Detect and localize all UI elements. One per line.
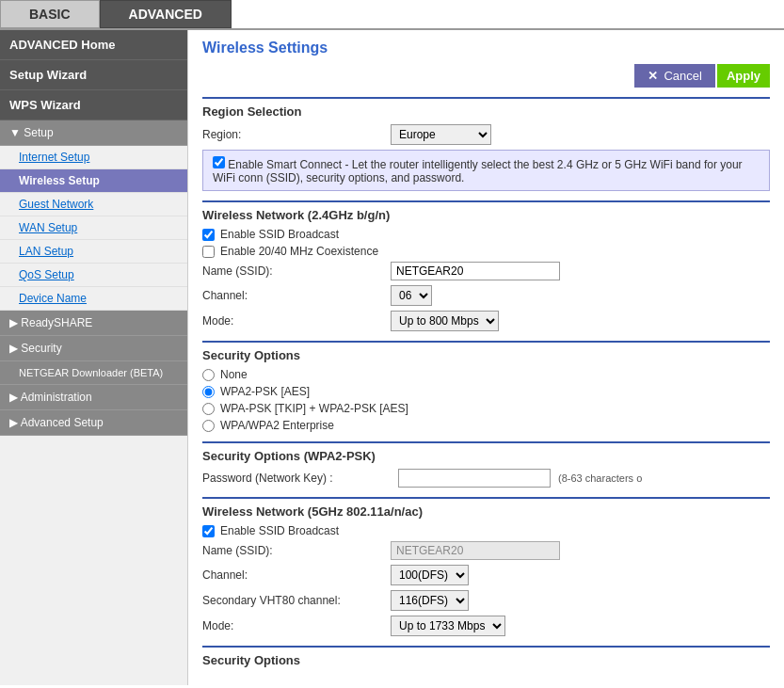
security-5ghz-divider: [202, 646, 770, 648]
main-layout: ADVANCED Home Setup Wizard WPS Wizard ▼ …: [0, 30, 784, 685]
radio-enterprise[interactable]: [202, 420, 215, 432]
wpa2-psk-divider: [202, 441, 770, 443]
channel-5-label: Channel:: [202, 568, 391, 582]
enable-ssid-broadcast-24-label[interactable]: Enable SSID Broadcast: [220, 228, 339, 241]
sidebar-item-wireless-setup[interactable]: Wireless Setup: [0, 169, 187, 193]
content-area: Wireless Settings ✕ Cancel Apply Region …: [188, 30, 784, 685]
ssid-24-label: Name (SSID):: [202, 264, 391, 278]
radio-none-row: None: [202, 368, 770, 381]
region-row: Region: Europe North America Asia: [202, 124, 770, 145]
wireless-5ghz-divider: [202, 497, 770, 499]
radio-wpa-combo-label[interactable]: WPA-PSK [TKIP] + WPA2-PSK [AES]: [220, 402, 408, 415]
ssid-5-input[interactable]: [391, 541, 560, 560]
sidebar-section-administration[interactable]: ▶ Administration: [0, 385, 187, 410]
ssid-5-label: Name (SSID):: [202, 544, 391, 557]
region-divider: [202, 97, 770, 99]
channel-5-select[interactable]: 100(DFS)364044 48116(DFS)149153: [391, 565, 469, 585]
enable-ssid-broadcast-5-row: Enable SSID Broadcast: [202, 524, 770, 537]
enable-ssid-broadcast-24-checkbox[interactable]: [202, 229, 215, 241]
sidebar-item-internet-setup[interactable]: Internet Setup: [0, 146, 187, 169]
sidebar-section-advanced-setup[interactable]: ▶ Advanced Setup: [0, 410, 187, 436]
radio-wpa2-psk[interactable]: [202, 386, 215, 398]
password-hint: (8-63 characters o: [558, 472, 642, 484]
smart-connect-checkbox[interactable]: [213, 156, 225, 168]
cancel-label: Cancel: [664, 69, 701, 83]
wireless-24ghz-title: Wireless Network (2.4GHz b/g/n): [202, 208, 770, 222]
mode-24-label: Mode:: [202, 314, 391, 328]
channel-24-select[interactable]: 06010203 04050708 091011: [391, 285, 432, 306]
password-input[interactable]: [398, 469, 551, 488]
wpa2-psk-title: Security Options (WPA2-PSK): [202, 449, 770, 463]
ssid-24-input[interactable]: [391, 262, 560, 280]
secondary-vht80-select[interactable]: 116(DFS)364044 48100(DFS)149153: [391, 590, 469, 611]
channel-5-row: Channel: 100(DFS)364044 48116(DFS)149153: [202, 565, 770, 585]
security-5ghz-title: Security Options: [202, 653, 770, 667]
tab-basic[interactable]: BASIC: [0, 0, 100, 28]
page-title: Wireless Settings: [202, 40, 770, 56]
sidebar-item-lan-setup[interactable]: LAN Setup: [0, 240, 187, 264]
region-select[interactable]: Europe North America Asia: [391, 124, 491, 145]
sidebar-section-setup[interactable]: ▼ Setup: [0, 120, 187, 146]
radio-none[interactable]: [202, 369, 215, 381]
radio-wpa-combo-row: WPA-PSK [TKIP] + WPA2-PSK [AES]: [202, 402, 770, 415]
mode-24-select[interactable]: Up to 800 Mbps Up to 54 Mbps Up to 130 M…: [391, 311, 499, 331]
enable-ssid-broadcast-5-label[interactable]: Enable SSID Broadcast: [220, 524, 339, 537]
mode-24-row: Mode: Up to 800 Mbps Up to 54 Mbps Up to…: [202, 311, 770, 331]
sidebar: ADVANCED Home Setup Wizard WPS Wizard ▼ …: [0, 30, 188, 685]
sidebar-item-setup-wizard[interactable]: Setup Wizard: [0, 60, 187, 90]
secondary-vht80-label: Secondary VHT80 channel:: [202, 594, 391, 607]
security-options-title: Security Options: [202, 348, 770, 362]
smart-connect-label[interactable]: Enable Smart Connect - Let the router in…: [213, 158, 743, 184]
radio-enterprise-row: WPA/WPA2 Enterprise: [202, 419, 770, 432]
apply-button[interactable]: Apply: [717, 64, 770, 88]
sidebar-item-device-name[interactable]: Device Name: [0, 287, 187, 311]
sidebar-item-guest-network[interactable]: Guest Network: [0, 193, 187, 216]
tab-advanced[interactable]: ADVANCED: [100, 0, 232, 28]
mode-5-select[interactable]: Up to 1733 Mbps Up to 54 Mbps Up to 300 …: [391, 616, 505, 636]
mode-5-label: Mode:: [202, 619, 391, 632]
top-tab-bar: BASIC ADVANCED: [0, 0, 784, 30]
radio-wpa2-row: WPA2-PSK [AES]: [202, 385, 770, 398]
radio-none-label[interactable]: None: [220, 368, 248, 381]
password-label: Password (Network Key) :: [202, 472, 391, 485]
smart-connect-text: Enable Smart Connect - Let the router in…: [213, 158, 743, 184]
radio-wpa2-label[interactable]: WPA2-PSK [AES]: [220, 385, 310, 398]
region-label: Region:: [202, 128, 391, 141]
enable-2040-checkbox[interactable]: [202, 246, 215, 258]
radio-enterprise-label[interactable]: WPA/WPA2 Enterprise: [220, 419, 334, 432]
wireless-24ghz-divider: [202, 200, 770, 202]
x-icon: ✕: [648, 69, 658, 83]
channel-24-label: Channel:: [202, 289, 391, 302]
sidebar-item-wan-setup[interactable]: WAN Setup: [0, 216, 187, 240]
sidebar-section-netgear-downloader[interactable]: NETGEAR Downloader (BETA): [0, 361, 187, 385]
wireless-5ghz-title: Wireless Network (5GHz 802.11a/n/ac): [202, 504, 770, 519]
secondary-vht80-row: Secondary VHT80 channel: 116(DFS)364044 …: [202, 590, 770, 611]
mode-5-row: Mode: Up to 1733 Mbps Up to 54 Mbps Up t…: [202, 616, 770, 636]
sidebar-item-wps-wizard[interactable]: WPS Wizard: [0, 90, 187, 120]
cancel-bar: ✕ Cancel Apply: [202, 64, 770, 88]
enable-2040-row: Enable 20/40 MHz Coexistence: [202, 245, 770, 258]
region-section-title: Region Selection: [202, 104, 770, 119]
ssid-5-row: Name (SSID):: [202, 541, 770, 560]
password-row: Password (Network Key) : (8-63 character…: [202, 469, 770, 488]
smart-connect-box: Enable Smart Connect - Let the router in…: [202, 150, 770, 191]
enable-ssid-broadcast-5-checkbox[interactable]: [202, 525, 215, 537]
cancel-button[interactable]: ✕ Cancel: [634, 64, 714, 88]
security-divider: [202, 341, 770, 343]
sidebar-section-readyshare[interactable]: ▶ ReadySHARE: [0, 311, 187, 336]
sidebar-item-qos-setup[interactable]: QoS Setup: [0, 264, 187, 287]
channel-24-row: Channel: 06010203 04050708 091011: [202, 285, 770, 306]
sidebar-item-advanced-home[interactable]: ADVANCED Home: [0, 30, 187, 60]
enable-2040-label[interactable]: Enable 20/40 MHz Coexistence: [220, 245, 378, 258]
enable-ssid-broadcast-24-row: Enable SSID Broadcast: [202, 228, 770, 241]
radio-wpa-combo[interactable]: [202, 403, 215, 415]
ssid-24-row: Name (SSID):: [202, 262, 770, 280]
sidebar-section-security[interactable]: ▶ Security: [0, 336, 187, 361]
